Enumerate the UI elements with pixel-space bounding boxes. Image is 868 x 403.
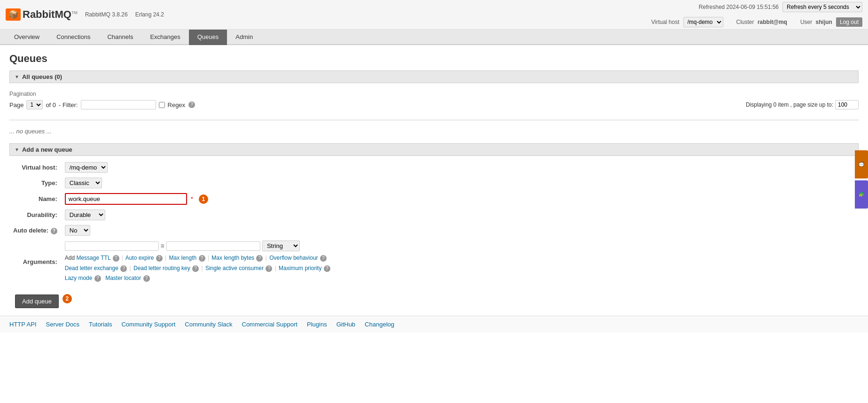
type-field-label: Type:	[9, 175, 61, 191]
displaying-label: Displaying 0 item , page size up to:	[746, 101, 833, 108]
overflow-behaviour-help-icon[interactable]: ?	[320, 255, 327, 262]
max-length-bytes-help-icon[interactable]: ?	[256, 255, 263, 262]
equals-sign: =	[161, 242, 164, 250]
nav-admin[interactable]: Admin	[227, 30, 261, 45]
arg-link-max-length-bytes[interactable]: Max length bytes	[211, 255, 254, 261]
logo: 📦 RabbitMQTM	[6, 8, 78, 21]
logo-tm: TM	[71, 10, 78, 15]
pagination-area: Pagination Page 1 of 0 - Filter: Regex ?…	[9, 87, 859, 115]
name-input[interactable]: work.queue	[65, 193, 187, 205]
arg-link-dead-letter-exchange[interactable]: Dead letter exchange	[65, 265, 118, 271]
nav-overview[interactable]: Overview	[6, 30, 48, 45]
regex-checkbox[interactable]	[159, 102, 165, 108]
page-label: Page	[9, 101, 23, 108]
topbar: 📦 RabbitMQTM RabbitMQ 3.8.26 Erlang 24.2…	[0, 0, 868, 30]
page-select[interactable]: 1	[26, 100, 43, 109]
nav-exchanges[interactable]: Exchanges	[141, 30, 188, 45]
auto-delete-help-icon[interactable]: ?	[51, 228, 57, 234]
logo-icon: 📦	[6, 8, 21, 21]
footer-tutorials[interactable]: Tutorials	[89, 321, 112, 328]
durability-select[interactable]: Durable Transient	[65, 209, 105, 220]
regex-label: Regex	[168, 101, 186, 108]
regex-help-icon[interactable]: ?	[188, 101, 195, 108]
arg-link-master-locator[interactable]: Master locator	[105, 275, 141, 281]
footer-http-api[interactable]: HTTP API	[9, 321, 37, 328]
arg-link-maximum-priority[interactable]: Maximum priority	[279, 265, 321, 271]
topbar-right: Refreshed 2024-06-09 15:51:56 Refresh ev…	[651, 2, 862, 27]
topbar-left: 📦 RabbitMQTM RabbitMQ 3.8.26 Erlang 24.2	[6, 8, 164, 21]
logout-button[interactable]: Log out	[836, 17, 862, 27]
type-row: Type: Classic Quorum Stream	[9, 175, 334, 191]
name-row: Name: work.queue * 1	[9, 191, 334, 207]
arg-link-max-length[interactable]: Max length	[169, 255, 197, 261]
side-btn-1[interactable]: 💬	[855, 150, 868, 178]
virtual-host-form-select[interactable]: /mq-demo	[65, 162, 108, 173]
footer: HTTP API Server Docs Tutorials Community…	[0, 316, 868, 333]
virtual-host-label: Virtual host	[651, 19, 680, 25]
auto-delete-label-text: Auto delete:	[13, 227, 48, 234]
side-btn-2[interactable]: 🧩	[855, 180, 868, 209]
all-queues-label: All queues (0)	[22, 73, 62, 80]
topbar-row-vhost: Virtual host /mq-demo Cluster rabbit@mq …	[651, 17, 862, 27]
filter-input[interactable]	[81, 100, 156, 109]
arg-link-lazy-mode[interactable]: Lazy mode	[65, 275, 93, 281]
version-badge: RabbitMQ 3.8.26	[85, 11, 128, 18]
lazy-mode-help-icon[interactable]: ?	[94, 275, 101, 282]
max-length-help-icon[interactable]: ?	[199, 255, 205, 262]
user-section: User shijun	[800, 19, 832, 25]
argument-key-input[interactable]	[65, 241, 159, 251]
add-queue-form: Virtual host: /mq-demo Type: Classic Quo…	[9, 160, 334, 286]
auto-delete-field-label: Auto delete: ?	[9, 223, 61, 238]
durability-row: Durability: Durable Transient	[9, 207, 334, 223]
auto-expire-help-icon[interactable]: ?	[156, 255, 163, 262]
single-active-consumer-help-icon[interactable]: ?	[266, 265, 272, 272]
add-queue-section: ▼ Add a new queue Virtual host: /mq-demo…	[9, 143, 859, 308]
arg-add-label: Add	[65, 255, 75, 261]
footer-github[interactable]: GitHub	[336, 321, 355, 328]
nav-channels[interactable]: Channels	[99, 30, 141, 45]
user-label: User	[800, 19, 812, 25]
page-size-input[interactable]: 100	[835, 100, 859, 109]
message-ttl-help-icon[interactable]: ?	[113, 255, 119, 262]
virtual-host-select[interactable]: /mq-demo	[683, 17, 723, 27]
type-select[interactable]: Classic Quorum Stream	[65, 178, 102, 188]
erlang-badge: Erlang 24.2	[135, 11, 164, 18]
arg-link-dead-letter-routing-key[interactable]: Dead letter routing key	[133, 265, 190, 271]
add-queue-button[interactable]: Add queue	[15, 294, 59, 308]
divider	[9, 120, 859, 120]
argument-type-select[interactable]: String Number Boolean List	[262, 240, 300, 251]
footer-commercial-support[interactable]: Commercial Support	[242, 321, 298, 328]
nav-connections[interactable]: Connections	[48, 30, 99, 45]
footer-server-docs[interactable]: Server Docs	[46, 321, 80, 328]
master-locator-help-icon[interactable]: ?	[143, 275, 150, 282]
footer-changelog[interactable]: Changelog	[365, 321, 394, 328]
arg-link-auto-expire[interactable]: Auto expire	[125, 255, 154, 261]
topbar-row-refresh: Refreshed 2024-06-09 15:51:56 Refresh ev…	[699, 2, 862, 12]
step1-badge: 1	[199, 194, 208, 204]
add-queue-action-row: Add queue 2	[11, 290, 859, 308]
dead-letter-routing-key-help-icon[interactable]: ?	[192, 265, 199, 272]
cluster-label: Cluster rabbit@mq	[736, 19, 787, 25]
arg-link-single-active-consumer[interactable]: Single active consumer	[205, 265, 264, 271]
nav-queues[interactable]: Queues	[189, 30, 227, 45]
refresh-select[interactable]: Refresh every 5 seconds Refresh every 10…	[782, 2, 862, 12]
user-name: shijun	[816, 19, 832, 25]
auto-delete-select[interactable]: No Yes	[65, 225, 90, 236]
pagination-right: Displaying 0 item , page size up to: 100	[746, 100, 859, 109]
virtual-host-field-label: Virtual host:	[9, 160, 61, 175]
filter-label: - Filter:	[59, 101, 78, 108]
no-queues-label: ... no queues ...	[9, 125, 859, 138]
dead-letter-exchange-help-icon[interactable]: ?	[120, 265, 127, 272]
arg-link-message-ttl[interactable]: Message TTL	[76, 255, 110, 261]
arg-link-overflow-behaviour[interactable]: Overflow behaviour	[269, 255, 318, 261]
durability-field-label: Durability:	[9, 207, 61, 223]
argument-value-input[interactable]	[166, 241, 260, 251]
footer-community-support[interactable]: Community Support	[121, 321, 175, 328]
all-queues-section-header[interactable]: ▼ All queues (0)	[9, 70, 859, 83]
footer-plugins[interactable]: Plugins	[307, 321, 327, 328]
arguments-inputs: = String Number Boolean List	[65, 240, 330, 251]
add-queue-section-header[interactable]: ▼ Add a new queue	[9, 143, 859, 156]
footer-community-slack[interactable]: Community Slack	[185, 321, 232, 328]
of-label: of 0	[46, 101, 56, 108]
maximum-priority-help-icon[interactable]: ?	[324, 265, 330, 272]
